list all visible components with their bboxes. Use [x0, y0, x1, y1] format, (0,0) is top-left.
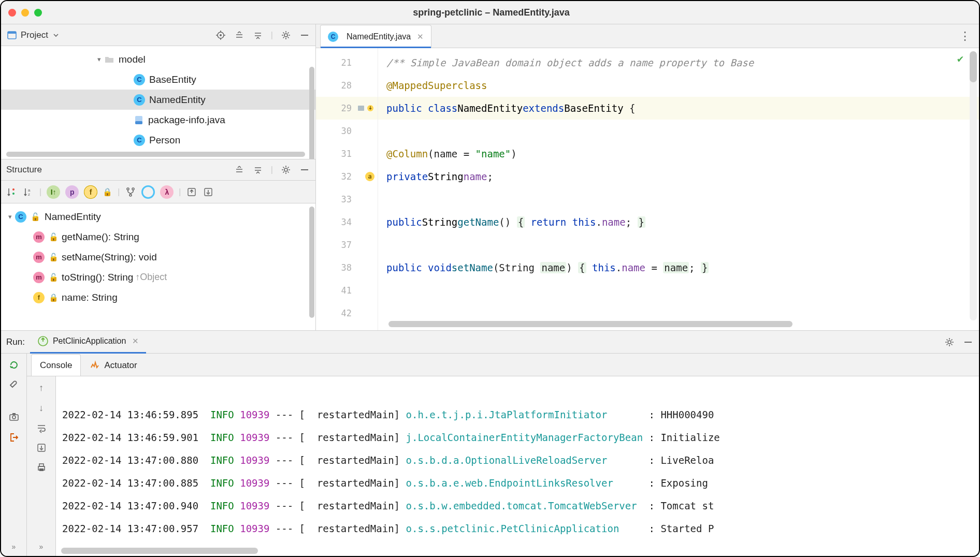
- gutter-line[interactable]: 33: [316, 188, 378, 211]
- code-editor[interactable]: 212829303132a333437384142 /** Simple Jav…: [316, 48, 979, 330]
- tree-item-person[interactable]: C Person: [1, 130, 315, 150]
- tree-item-baseentity[interactable]: C BaseEntity: [1, 69, 315, 90]
- camera-icon[interactable]: [9, 412, 19, 422]
- hide-panel-icon[interactable]: [299, 30, 310, 41]
- soft-wrap-icon[interactable]: [36, 423, 47, 433]
- structure-member[interactable]: f 🔒 name: String: [1, 287, 315, 307]
- code-line[interactable]: @Column(name = "name"): [378, 142, 979, 165]
- gutter-line[interactable]: 28: [316, 74, 378, 97]
- wrench-icon[interactable]: [9, 380, 19, 391]
- console-tab[interactable]: Console: [31, 354, 81, 376]
- show-interfaces-icon[interactable]: I↑: [47, 185, 60, 199]
- hide-panel-icon[interactable]: [299, 164, 310, 175]
- code-line[interactable]: private String name;: [378, 165, 979, 188]
- tree-folder-model[interactable]: ▾ model: [1, 49, 315, 69]
- gutter-line[interactable]: 32a: [316, 165, 378, 188]
- fork-icon[interactable]: [125, 186, 136, 198]
- code-area[interactable]: /** Simple JavaBean domain object adds a…: [378, 48, 979, 330]
- structure-member[interactable]: m 🔓 toString(): String ↑Object: [1, 267, 315, 287]
- log-line[interactable]: 2022-02-14 13:46:59.901 INFO 10939 --- […: [62, 426, 973, 449]
- code-line[interactable]: [378, 233, 979, 256]
- project-hscrollbar[interactable]: [6, 152, 305, 157]
- project-scrollbar[interactable]: [309, 67, 314, 159]
- gutter-line[interactable]: 31: [316, 142, 378, 165]
- code-line[interactable]: public void setName(String name) { this.…: [378, 256, 979, 279]
- hide-panel-icon[interactable]: [962, 336, 974, 348]
- log-line[interactable]: 2022-02-14 13:46:59.895 INFO 10939 --- […: [62, 403, 973, 426]
- code-line[interactable]: [378, 279, 979, 302]
- gutter-line[interactable]: 42: [316, 302, 378, 325]
- show-fields-icon[interactable]: f: [84, 185, 97, 199]
- tree-item-package-info[interactable]: package-info.java: [1, 110, 315, 130]
- editor-hscrollbar[interactable]: [388, 321, 958, 327]
- gutter-line[interactable]: 30: [316, 120, 378, 142]
- code-line[interactable]: public String getName() { return this.na…: [378, 211, 979, 233]
- console-hscrollbar[interactable]: [61, 548, 974, 554]
- run-action-toolbar: »: [1, 354, 27, 556]
- gutter-line[interactable]: 38: [316, 256, 378, 279]
- print-icon[interactable]: [36, 462, 47, 473]
- more-icon[interactable]: »: [12, 543, 16, 551]
- project-panel-label[interactable]: Project: [21, 30, 48, 40]
- gutter-line[interactable]: 29: [316, 97, 378, 120]
- expand-all-icon[interactable]: [234, 164, 245, 175]
- chevron-down-icon[interactable]: ▾: [97, 55, 101, 63]
- project-dropdown-icon[interactable]: [50, 30, 62, 41]
- circle-icon[interactable]: [141, 185, 155, 199]
- collapse-all-icon[interactable]: [252, 30, 264, 41]
- scroll-to-end-icon[interactable]: [36, 443, 47, 453]
- log-line[interactable]: 2022-02-14 13:47:00.880 INFO 10939 --- […: [62, 449, 973, 472]
- structure-member[interactable]: m 🔓 setName(String): void: [1, 247, 315, 267]
- code-line[interactable]: /** Simple JavaBean domain object adds a…: [378, 51, 979, 74]
- scroll-up-icon[interactable]: ↑: [39, 383, 44, 393]
- gutter-line[interactable]: 41: [316, 279, 378, 302]
- show-properties-icon[interactable]: p: [65, 185, 79, 199]
- scroll-down-icon[interactable]: ↓: [39, 403, 44, 414]
- editor-tab[interactable]: C NamedEntity.java ✕: [320, 25, 431, 48]
- code-line[interactable]: public class NamedEntity extends BaseEnt…: [378, 97, 979, 120]
- rerun-icon[interactable]: [9, 360, 19, 370]
- close-window-button[interactable]: [8, 9, 16, 17]
- project-tree[interactable]: ▾ model C BaseEntity C NamedEntity: [1, 46, 315, 159]
- chevron-down-icon[interactable]: ▾: [8, 213, 12, 221]
- gutter-line[interactable]: 21: [316, 51, 378, 74]
- code-line[interactable]: [378, 188, 979, 211]
- sort-visibility-icon[interactable]: [6, 186, 18, 198]
- structure-scrollbar[interactable]: [309, 207, 314, 318]
- sort-alpha-icon[interactable]: az: [23, 186, 34, 198]
- collapse-all-icon[interactable]: [252, 164, 264, 175]
- settings-icon[interactable]: [944, 336, 955, 348]
- log-line[interactable]: 2022-02-14 13:47:00.957 INFO 10939 --- […: [62, 517, 973, 540]
- minimize-window-button[interactable]: [21, 9, 29, 17]
- editor-scrollbar[interactable]: [970, 51, 977, 320]
- more-icon[interactable]: »: [39, 543, 44, 551]
- autoscroll-from-source-icon[interactable]: [203, 186, 214, 198]
- close-tab-icon[interactable]: ✕: [417, 32, 424, 41]
- autoscroll-to-source-icon[interactable]: [186, 186, 197, 198]
- settings-icon[interactable]: [280, 30, 292, 41]
- settings-icon[interactable]: [280, 164, 292, 175]
- exit-icon[interactable]: [9, 432, 19, 443]
- tree-item-namedentity[interactable]: C NamedEntity: [1, 90, 315, 110]
- show-lambdas-icon[interactable]: λ: [160, 185, 174, 199]
- actuator-tab[interactable]: Actuator: [81, 354, 146, 376]
- structure-member[interactable]: m 🔓 getName(): String: [1, 227, 315, 247]
- editor-gutter[interactable]: 212829303132a333437384142: [316, 48, 378, 330]
- gutter-line[interactable]: 37: [316, 233, 378, 256]
- code-line[interactable]: @MappedSuperclass: [378, 74, 979, 97]
- close-tab-icon[interactable]: ✕: [132, 336, 139, 346]
- structure-root[interactable]: ▾ C 🔓 NamedEntity: [1, 207, 315, 227]
- run-config-tab[interactable]: PetClinicApplication ✕: [30, 331, 146, 354]
- console-output[interactable]: 2022-02-14 13:46:59.895 INFO 10939 --- […: [56, 376, 979, 556]
- log-line[interactable]: 2022-02-14 13:47:00.940 INFO 10939 --- […: [62, 494, 973, 517]
- locate-icon[interactable]: [215, 30, 226, 41]
- structure-tree[interactable]: ▾ C 🔓 NamedEntity m 🔓 getName(): String …: [1, 203, 315, 330]
- zoom-window-button[interactable]: [34, 9, 42, 17]
- log-line[interactable]: 2022-02-14 13:47:00.885 INFO 10939 --- […: [62, 472, 973, 494]
- code-line[interactable]: [378, 120, 979, 142]
- gutter-line[interactable]: 34: [316, 211, 378, 233]
- editor-tabs-menu-icon[interactable]: ⋮: [959, 30, 972, 43]
- expand-all-icon[interactable]: [234, 30, 245, 41]
- show-nonpublic-icon[interactable]: 🔒: [103, 187, 112, 197]
- inspection-ok-icon[interactable]: ✔: [957, 52, 963, 65]
